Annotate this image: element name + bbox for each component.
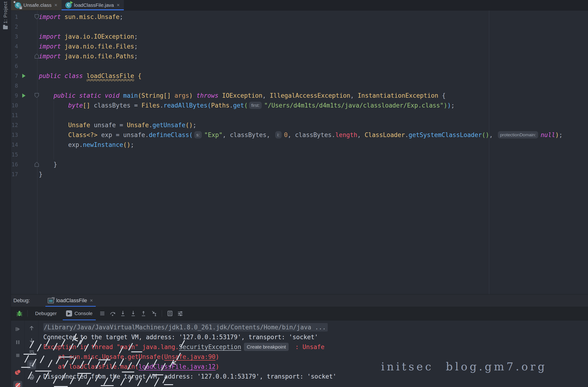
clear-all-icon[interactable] <box>27 385 36 387</box>
console-text: : Unsafe <box>292 343 324 350</box>
code-line: 1import sun.misc.Unsafe; <box>11 12 588 22</box>
debug-tool-window: Debug: loadClassFile × Debugger <box>11 294 588 387</box>
debug-session-tab[interactable]: loadClassFile × <box>45 295 96 307</box>
fold-start-icon[interactable] <box>35 14 39 19</box>
pause-program-icon[interactable] <box>13 338 22 347</box>
line-number[interactable]: 9 <box>11 91 18 100</box>
token: . <box>160 102 164 109</box>
tab-console[interactable]: ▶ Console <box>61 307 97 320</box>
print-icon[interactable] <box>27 372 36 381</box>
line-number[interactable]: 2 <box>11 22 18 32</box>
console-text: /Library/Java/JavaVirtualMachines/jdk1.8… <box>43 323 328 331</box>
line-number[interactable]: 13 <box>11 130 18 140</box>
token: import <box>39 53 61 60</box>
token: Files <box>141 102 160 109</box>
up-arrow-icon[interactable] <box>27 324 36 333</box>
fold-start-icon[interactable] <box>35 93 39 98</box>
code-editor[interactable]: 1import sun.misc.Unsafe;23import java.io… <box>11 11 588 294</box>
tab-unsafe-class[interactable]: C Unsafe.class × <box>11 0 62 10</box>
console-tab-label: Console <box>74 311 92 316</box>
token: { <box>438 92 445 99</box>
run-to-cursor-icon[interactable] <box>149 309 159 318</box>
line-number[interactable]: 15 <box>11 150 18 159</box>
line-number[interactable]: 1 <box>11 12 18 22</box>
token: java.nio.file.Files <box>64 43 134 50</box>
tab-debugger[interactable]: Debugger <box>30 307 61 320</box>
stack-trace-link[interactable]: loadClassFile.java:12 <box>139 363 216 370</box>
watermark-text: initsec blog.gm7.org <box>381 360 547 373</box>
token <box>218 92 222 99</box>
token: ( <box>244 102 248 109</box>
step-out-icon[interactable] <box>138 309 149 318</box>
code-line: 3import java.io.IOException; <box>11 32 588 42</box>
line-number[interactable]: 3 <box>11 32 18 42</box>
token: java.nio.file.Paths <box>64 53 134 60</box>
stack-trace-link[interactable]: Unsafe.java:90 <box>164 353 216 360</box>
console-output[interactable]: /Library/Java/JavaVirtualMachines/jdk1.8… <box>39 320 588 387</box>
mute-breakpoints-icon[interactable] <box>13 381 22 387</box>
console-gutter-column <box>25 320 39 387</box>
token: . <box>145 131 149 138</box>
token: sun.misc.Unsafe <box>64 13 120 20</box>
code-line: 15 <box>11 150 588 159</box>
close-icon[interactable]: × <box>89 298 93 303</box>
close-icon[interactable]: × <box>54 2 58 8</box>
parameter-inlay-hint: s: <box>194 131 202 138</box>
token: null <box>541 131 555 138</box>
tab-loadclassfile-java[interactable]: C loadClassFile.java × <box>62 0 124 10</box>
token: byte <box>68 102 83 109</box>
line-number[interactable]: 4 <box>11 42 18 51</box>
step-into-icon[interactable] <box>118 309 128 318</box>
force-step-into-icon[interactable] <box>128 309 138 318</box>
down-arrow-icon[interactable] <box>27 336 36 345</box>
token: , <box>262 92 270 99</box>
resume-program-icon[interactable] <box>13 325 22 334</box>
line-number[interactable]: 8 <box>11 81 18 91</box>
token: "Exp" <box>204 131 222 138</box>
token: import <box>39 33 61 40</box>
toolbar-separator <box>27 310 28 317</box>
close-icon[interactable]: × <box>116 2 120 8</box>
line-number[interactable]: 7 <box>11 71 18 81</box>
layout-settings-icon[interactable] <box>175 309 185 318</box>
token: getSystemClassLoader <box>408 131 482 138</box>
tab-label: Unsafe.class <box>23 2 51 8</box>
run-gutter-icon[interactable] <box>22 74 25 78</box>
token <box>134 72 138 79</box>
line-number[interactable]: 12 <box>11 120 18 130</box>
scroll-to-end-icon[interactable] <box>27 360 36 369</box>
restore-layout-icon[interactable] <box>97 309 107 318</box>
token <box>61 13 64 20</box>
tab-label: loadClassFile.java <box>74 2 114 8</box>
fold-end-icon[interactable] <box>35 54 39 59</box>
token <box>39 92 54 99</box>
token: ( <box>138 92 142 99</box>
step-over-icon[interactable] <box>107 309 118 318</box>
token: () <box>482 131 489 138</box>
line-number[interactable]: 6 <box>11 61 18 71</box>
console-text: Exception in thread "main" java.lang. <box>43 343 179 350</box>
fold-end-icon[interactable] <box>35 162 39 167</box>
code-text: Unsafe unsafe = Unsafe.getUnsafe(); <box>39 120 196 130</box>
line-number[interactable]: 17 <box>11 169 18 179</box>
run-gutter-icon[interactable] <box>22 93 25 98</box>
line-number[interactable]: 11 <box>11 110 18 120</box>
line-number[interactable]: 14 <box>11 140 18 150</box>
line-number[interactable]: 10 <box>11 100 18 110</box>
evaluate-expression-icon[interactable] <box>165 309 175 318</box>
token: "/Users/d4m1ts/d4m1ts/java/classloader/E… <box>264 102 443 109</box>
console-text: ) <box>216 363 219 370</box>
line-number[interactable]: 16 <box>11 159 18 169</box>
line-number[interactable]: 5 <box>11 51 18 61</box>
project-tool-button[interactable]: 1: Project <box>3 1 8 23</box>
view-breakpoints-icon[interactable] <box>13 368 22 377</box>
token: defineClass <box>149 131 189 138</box>
token: classBytes <box>295 131 332 138</box>
stack-trace-link[interactable]: SecurityException <box>179 343 241 350</box>
stop-icon[interactable] <box>13 351 22 360</box>
console-text: at sun.misc.Unsafe.getUnsafe( <box>43 353 164 360</box>
soft-wrap-icon[interactable] <box>27 348 36 357</box>
create-breakpoint-button[interactable]: Create breakpoint <box>244 343 289 351</box>
token: Paths <box>211 102 230 109</box>
token <box>39 122 68 129</box>
